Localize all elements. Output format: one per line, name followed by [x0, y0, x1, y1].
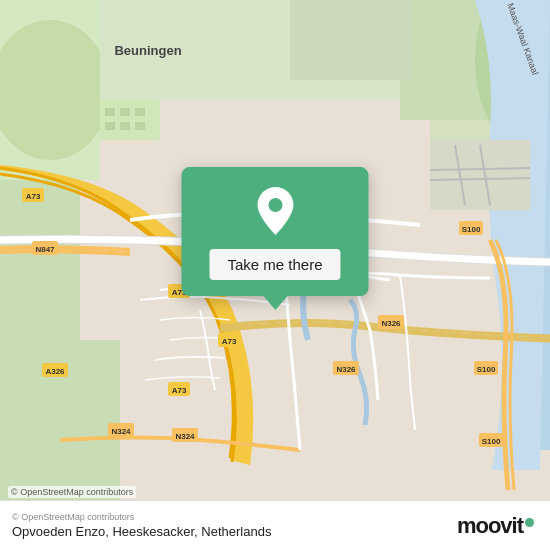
- svg-text:N324: N324: [175, 432, 195, 441]
- svg-text:A73: A73: [222, 337, 237, 346]
- svg-rect-42: [135, 108, 145, 116]
- footer-location: Opvoeden Enzo, Heeskesacker, Netherlands: [12, 524, 271, 539]
- svg-text:S100: S100: [477, 365, 496, 374]
- svg-rect-43: [105, 122, 115, 130]
- svg-text:A73: A73: [26, 192, 41, 201]
- svg-text:A73: A73: [172, 386, 187, 395]
- location-popup: Take me there: [181, 167, 368, 310]
- svg-text:N326: N326: [381, 319, 401, 328]
- svg-rect-9: [290, 0, 410, 80]
- svg-rect-45: [135, 122, 145, 130]
- svg-rect-44: [120, 122, 130, 130]
- svg-text:N324: N324: [111, 427, 131, 436]
- svg-rect-39: [100, 100, 160, 140]
- svg-rect-2: [0, 180, 80, 340]
- popup-arrow: [263, 296, 287, 310]
- popup-box: Take me there: [181, 167, 368, 296]
- svg-rect-40: [105, 108, 115, 116]
- logo-dot: [525, 518, 534, 527]
- svg-text:N847: N847: [35, 245, 55, 254]
- osm-attribution: © OpenStreetMap contributors: [8, 486, 136, 498]
- footer-info: © OpenStreetMap contributors Opvoeden En…: [12, 512, 271, 539]
- svg-text:N326: N326: [336, 365, 356, 374]
- location-pin-icon: [253, 185, 297, 237]
- take-me-there-button[interactable]: Take me there: [209, 249, 340, 280]
- svg-point-46: [267, 197, 283, 213]
- svg-rect-41: [120, 108, 130, 116]
- map-container: A73 A73 A73 A73 N847 A326 N324 N324 N326…: [0, 0, 550, 500]
- logo-text: moovit: [457, 513, 523, 539]
- footer-attribution: © OpenStreetMap contributors: [12, 512, 271, 522]
- svg-text:Beuningen: Beuningen: [114, 43, 181, 58]
- footer-bar: © OpenStreetMap contributors Opvoeden En…: [0, 500, 550, 550]
- svg-text:A326: A326: [45, 367, 65, 376]
- svg-text:S100: S100: [482, 437, 501, 446]
- svg-text:S100: S100: [462, 225, 481, 234]
- moovit-logo: moovit: [457, 513, 534, 539]
